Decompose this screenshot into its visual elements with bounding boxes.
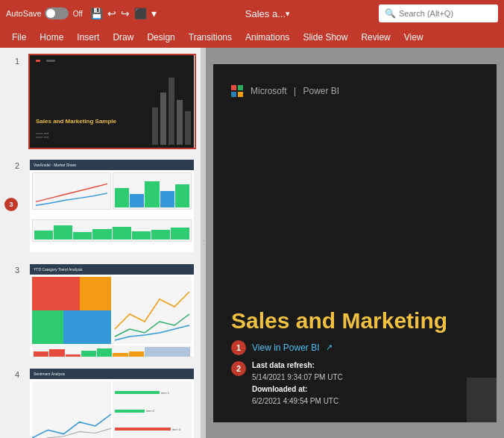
doc-title: Sales a...	[245, 8, 286, 19]
msft-logo	[231, 85, 243, 97]
dark-overlay	[467, 378, 497, 422]
autosave-toggle[interactable]	[45, 7, 69, 19]
menu-view[interactable]: View	[398, 29, 429, 46]
menu-design[interactable]: Design	[141, 29, 180, 46]
slide-4-container: 4 Sentiment Analysis	[0, 361, 201, 438]
badge-2: 2	[231, 361, 246, 376]
slide-3-header: YTD Category Trend Analysis	[30, 264, 194, 275]
title-center: Sales a... ▾	[161, 8, 374, 19]
slide-3-thumb[interactable]: YTD Category Trend Analysis	[28, 263, 196, 358]
slide-4-header: Sentiment Analysis	[30, 369, 194, 379]
autosave-label: AutoSave	[6, 9, 42, 18]
slide-3-number: 3	[15, 263, 24, 275]
slide-3-container: 3 YTD Category Trend Analysis	[0, 257, 201, 361]
mini-bar-group-2	[33, 220, 191, 241]
slide-2-content	[30, 170, 194, 252]
menu-draw[interactable]: Draw	[107, 29, 139, 46]
slides-panel[interactable]: 1 Sales and Marketing Sample some text s…	[0, 48, 201, 438]
main-area: 1 Sales and Marketing Sample some text s…	[0, 48, 504, 438]
slide-1-number: 1	[15, 54, 24, 66]
slide-3-bg: YTD Category Trend Analysis	[30, 264, 194, 357]
view-in-powerbi-link[interactable]: View in Power BI	[252, 342, 320, 353]
slide-1-bar-chart	[149, 75, 194, 148]
main-slide-canvas: Microsoft | Power BI Sales and Marketing…	[213, 64, 497, 422]
slide-3-canvas: YTD Category Trend Analysis	[30, 264, 194, 357]
badge-3: 3	[4, 198, 18, 211]
menu-bar: File Home Insert Draw Design Transitions…	[0, 27, 504, 48]
menu-animations[interactable]: Animations	[239, 29, 295, 46]
brand-text: Microsoft | Power BI	[251, 86, 339, 96]
slide-4-number: 4	[15, 367, 24, 379]
title-dropdown-arrow[interactable]: ▾	[286, 9, 290, 19]
microsoft-label: Microsoft	[251, 86, 287, 96]
slide-1-title-text: Sales and Marketing Sample	[36, 118, 116, 125]
title-bar-icons: 💾 ↩ ↪ ⬛ ▾	[90, 7, 157, 19]
slide-1-bg: Sales and Marketing Sample some text som…	[30, 55, 194, 148]
mini-bar-group-1	[113, 173, 191, 209]
divider: |	[294, 86, 296, 96]
msft-sq-blue	[231, 92, 236, 97]
slide-2-canvas: VanArsdel - Market Share	[30, 160, 194, 252]
undo-icon[interactable]: ↩	[107, 7, 116, 19]
menu-slideshow[interactable]: Slide Show	[297, 29, 353, 46]
last-refresh-label: Last data refresh:	[252, 361, 315, 369]
badge-1: 1	[231, 340, 246, 355]
main-msft-header: Microsoft | Power BI	[231, 85, 339, 97]
dot-red	[36, 60, 40, 62]
save-icon[interactable]: 💾	[90, 7, 103, 19]
msft-sq-yellow	[238, 92, 243, 97]
slide-2-chart-1	[32, 172, 111, 210]
msft-sq-green	[238, 85, 243, 90]
redo-icon[interactable]: ↪	[121, 7, 130, 19]
autosave-state: Off	[73, 10, 83, 18]
slide-2-number: 2	[15, 158, 24, 170]
badge-2-area: 2 Last data refresh: 5/14/2021 9:34:07 P…	[231, 360, 343, 407]
external-link-icon: ↗	[326, 342, 333, 352]
title-bar: AutoSave Off 💾 ↩ ↪ ⬛ ▾ Sales a... ▾ 🔍	[0, 0, 504, 27]
present-icon[interactable]: ⬛	[134, 7, 147, 19]
slide-1-container: 1 Sales and Marketing Sample some text s…	[0, 48, 201, 152]
menu-transitions[interactable]: Transitions	[183, 29, 238, 46]
powerbi-label: Power BI	[303, 86, 340, 96]
menu-review[interactable]: Review	[355, 29, 396, 46]
toggle-knob	[46, 9, 55, 18]
title-bar-left: AutoSave Off	[6, 7, 83, 19]
slide-2-wrapper: 3 2 VanArsdel - Market Share	[0, 152, 201, 257]
slide-4-bg: Sentiment Analysis	[30, 369, 194, 438]
slide-4-thumb[interactable]: Sentiment Analysis	[28, 367, 196, 438]
slide-2-header: VanArsdel - Market Share	[30, 160, 194, 170]
main-slide-title: Sales and Marketing	[231, 308, 447, 333]
slide-main-view: Microsoft | Power BI Sales and Marketing…	[206, 48, 504, 438]
slide-2-chart-2	[113, 172, 192, 210]
slide-2-chart-3	[32, 219, 192, 242]
slide-3-content	[30, 275, 194, 357]
slide-1-sub: some text some text	[36, 131, 48, 139]
slide-2-container: 2 VanArsdel - Market Share	[0, 152, 201, 257]
slide-2-bg: VanArsdel - Market Share	[30, 160, 194, 252]
slide-1-top	[36, 60, 55, 62]
search-bar[interactable]: 🔍	[379, 4, 498, 22]
data-refresh-block: Last data refresh: 5/14/2021 9:34:07 PM …	[252, 360, 343, 407]
slide-2-thumb[interactable]: VanArsdel - Market Share	[28, 158, 196, 254]
slide-1-canvas: Sales and Marketing Sample some text som…	[30, 55, 194, 148]
menu-insert[interactable]: Insert	[71, 29, 105, 46]
search-icon: 🔍	[385, 8, 396, 19]
slide-4-canvas: Sentiment Analysis	[30, 369, 194, 438]
search-input[interactable]	[399, 9, 492, 18]
downloaded-label: Downloaded at:	[252, 385, 307, 393]
last-refresh-value: 5/14/2021 9:34:07 PM UTC	[252, 373, 343, 381]
more-icon[interactable]: ▾	[151, 7, 157, 19]
slide-1-thumb[interactable]: Sales and Marketing Sample some text som…	[28, 54, 196, 149]
dot-grey	[46, 60, 55, 62]
badge-1-area: 1 View in Power BI ↗	[231, 340, 333, 355]
menu-file[interactable]: File	[6, 29, 32, 46]
msft-sq-red	[231, 85, 236, 90]
downloaded-value: 6/2/2021 4:49:54 PM UTC	[252, 397, 338, 405]
menu-home[interactable]: Home	[34, 29, 69, 46]
